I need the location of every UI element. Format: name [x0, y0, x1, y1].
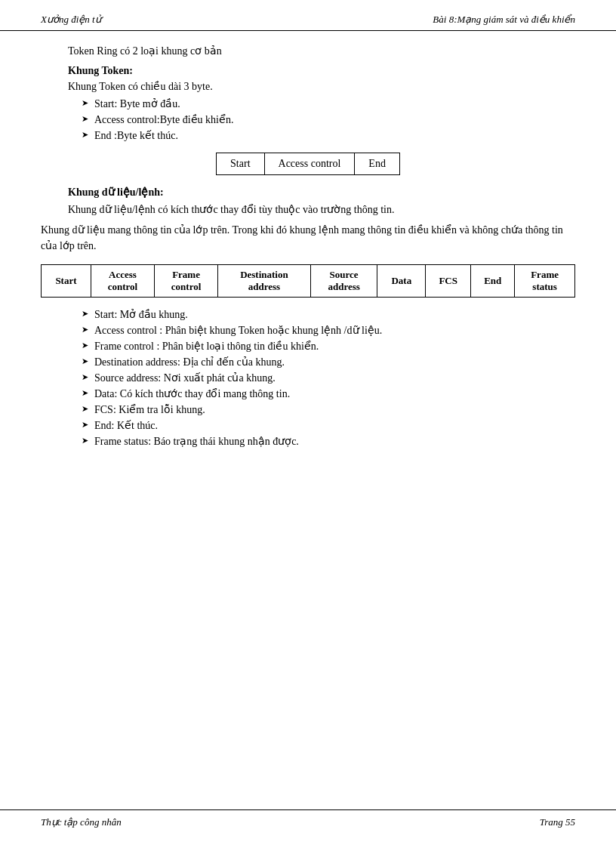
footer-left: Thực tập công nhân — [41, 816, 122, 828]
complex-table: Start Accesscontrol Framecontrol Destina… — [41, 264, 575, 298]
simple-table: Start Access control End — [216, 153, 400, 175]
list-item: Data: Có kích thước thay đổi mang thông … — [82, 387, 575, 400]
khung-token-title: Khung Token: — [41, 65, 575, 77]
list-item: Frame status: Báo trạng thái khung nhận … — [82, 435, 575, 448]
list-item: Frame control : Phân biệt loại thông tin… — [82, 340, 575, 353]
khung-dulieu-desc1: Khung dữ liệu/lệnh có kích thước thay đổ… — [41, 202, 575, 217]
list-item: Access control : Phân biệt khung Token h… — [82, 324, 575, 337]
khung-dulieu-desc2: Khung dữ liệu mang thông tin của lớp trê… — [41, 222, 575, 254]
list-item: FCS: Kiểm tra lỗi khung. — [82, 403, 575, 416]
list-item: Start: Byte mở đầu. — [82, 97, 575, 110]
khung-token-bullets: Start: Byte mở đầu. Access control:Byte … — [82, 97, 575, 142]
header-left: Xưởng điện tử — [41, 14, 101, 26]
table-cell-start: Start — [217, 153, 264, 175]
table-col-frame-status: Framestatus — [515, 265, 575, 298]
table-col-fcs: FCS — [426, 265, 471, 298]
table-col-end: End — [471, 265, 515, 298]
bullets2-list: Start: Mở đầu khung. Access control : Ph… — [82, 308, 575, 448]
list-item: Source address: Nơi xuất phát của khung. — [82, 372, 575, 384]
simple-table-wrapper: Start Access control End — [41, 153, 575, 175]
footer-right: Trang 55 — [540, 816, 575, 828]
list-item: Access control:Byte điều khiển. — [82, 113, 575, 126]
table-cell-end: End — [355, 153, 400, 175]
table-col-frame-ctrl: Framecontrol — [155, 265, 218, 298]
table-col-access: Accesscontrol — [91, 265, 154, 298]
list-item: End :Byte kết thúc. — [82, 129, 575, 142]
header-right: Bài 8:Mạng giám sát và điều khiển — [433, 14, 575, 26]
intro-text: Token Ring có 2 loại khung cơ bản — [41, 45, 575, 57]
main-content: Token Ring có 2 loại khung cơ bản Khung … — [0, 31, 616, 511]
page: Xưởng điện tử Bài 8:Mạng giám sát và điề… — [0, 0, 616, 848]
list-item: Destination address: Địa chỉ đến của khu… — [82, 356, 575, 368]
complex-table-wrapper: Start Accesscontrol Framecontrol Destina… — [41, 264, 575, 298]
table-cell-access: Access control — [264, 153, 355, 175]
table-col-data: Data — [377, 265, 426, 298]
list-item: Start: Mở đầu khung. — [82, 308, 575, 321]
khung-dulieu-section: Khung dữ liệu/lệnh: Khung dữ liệu/lệnh c… — [41, 186, 575, 254]
list-item: End: Kết thúc. — [82, 419, 575, 432]
table-col-start: Start — [42, 265, 91, 298]
table-col-src-addr: Sourceaddress — [310, 265, 377, 298]
page-header: Xưởng điện tử Bài 8:Mạng giám sát và điề… — [0, 0, 616, 31]
table-col-dest-addr: Destinationaddress — [218, 265, 311, 298]
khung-dulieu-title: Khung dữ liệu/lệnh: — [41, 186, 575, 199]
page-footer: Thực tập công nhân Trang 55 — [0, 809, 616, 834]
khung-token-desc: Khung Token có chiều dài 3 byte. — [41, 80, 575, 93]
